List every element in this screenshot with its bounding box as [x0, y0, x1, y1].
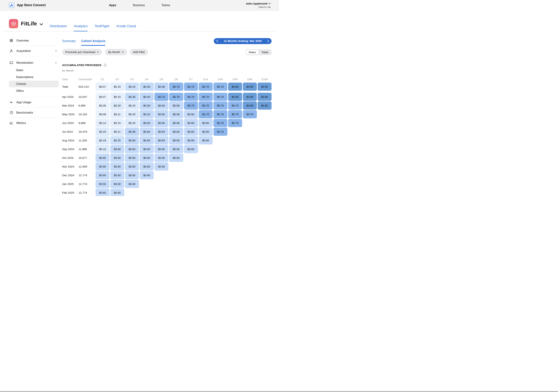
cohort-row-oct-2024: Oct 202410,577$0.60$0.60$0.60$0.60$0.60$… [62, 154, 271, 162]
team-name: Nature Lab [246, 5, 271, 9]
cohort-cell-d6: $0.60 [169, 145, 183, 153]
date-range-picker[interactable]: 12 Months Ending: Mar 2025 [214, 38, 271, 44]
cohort-cell-empty [184, 171, 198, 179]
date-range-prev-icon[interactable] [216, 40, 218, 43]
cohort-cell-d180: $0.80 [258, 93, 271, 101]
top-nav-apps[interactable]: Apps [109, 4, 116, 7]
cohort-cell-d3: $0.60 [125, 162, 139, 170]
cohort-cell-empty [213, 171, 227, 179]
row-date: Apr 2024 [62, 93, 78, 101]
user-menu[interactable]: John Appleseed Nature Lab [246, 2, 271, 9]
column-header-downloads: Downloads [78, 78, 95, 81]
app-store-connect-brand[interactable]: App Store Connect [9, 2, 46, 8]
cohort-cell-d14: $0.70 [199, 93, 213, 101]
cohort-cell-empty [243, 171, 257, 179]
cohort-cell-d3: $0.60 [125, 180, 139, 188]
cohort-cell-d6: $0.70 [169, 83, 183, 91]
app-switcher[interactable]: FitLife [9, 19, 43, 28]
cohort-cell-empty [213, 188, 227, 196]
cohort-cell-d180: $0.80 [258, 83, 271, 91]
sidebar-item-monetization[interactable]: Monetization [9, 59, 59, 67]
toggle-rates[interactable]: Rates [246, 50, 259, 55]
row-downloads: 11,328 [78, 136, 95, 145]
cohort-cell-empty [258, 180, 271, 188]
cohort-cell-d4: $0.60 [140, 136, 154, 145]
user-name: John Appleseed [246, 2, 267, 5]
subtab-summary[interactable]: Summary [62, 39, 76, 43]
sidebar-item-metrics[interactable]: Metrics [9, 119, 59, 127]
sidebar-item-acquisition[interactable]: Acquisition [9, 47, 59, 55]
cohort-cell-d1: $0.60 [96, 188, 110, 196]
sidebar-item-cohorts[interactable]: Cohorts [9, 81, 59, 87]
grouping-filter-dropdown[interactable]: By Month [105, 49, 127, 55]
cohort-row-jun-2024: Jun 20249,688$0.14$0.15$0.20$0.60$0.60$0… [62, 119, 271, 127]
cohort-cell-d2: $0.60 [110, 180, 124, 188]
filter-row: Proceeds per Download By Month Add Filte… [62, 49, 271, 55]
column-header-d5: D5 [154, 78, 168, 81]
app-header: FitLife Distribution Analytics TestFligh… [3, 10, 276, 31]
cohort-cell-d35: $0.70 [213, 110, 227, 118]
metric-filter-dropdown[interactable]: Proceeds per Download [62, 49, 102, 55]
row-date: Total [62, 83, 78, 91]
cohort-cell-d3: $0.60 [125, 136, 139, 145]
chevron-down-icon [54, 61, 57, 64]
cohort-cell-d2: $0.60 [110, 162, 124, 170]
cohort-cell-d2: $0.25 [110, 136, 124, 145]
tab-analytics[interactable]: Analytics [74, 24, 87, 31]
top-bar: App Store Connect Apps Business Teams Jo… [0, 0, 279, 10]
cohort-cell-empty [199, 180, 213, 188]
cohort-cell-d90: $0.80 [243, 102, 257, 110]
top-nav-teams[interactable]: Teams [161, 4, 170, 7]
cohort-cell-empty [258, 171, 271, 179]
row-date: Feb 2025 [62, 188, 78, 196]
column-header-d60: D60 [228, 78, 242, 81]
cohort-cell-d5: $0.60 [154, 145, 168, 153]
app-usage-pulse-icon [9, 100, 13, 104]
app-name: FitLife [21, 21, 37, 27]
cohort-cell-d5: $0.70 [154, 93, 168, 101]
row-date: Jul 2024 [62, 128, 78, 136]
column-header-d6: D6 [169, 78, 183, 81]
sidebar: Overview Acquisition [9, 31, 59, 196]
cohort-cell-d60: $0.80 [228, 83, 242, 91]
row-downloads: 9,688 [78, 119, 95, 127]
top-nav-business[interactable]: Business [133, 4, 145, 7]
cohort-cell-empty [213, 154, 227, 162]
analytics-subtabs: Summary Cohort Analysis 12 Months Ending… [62, 38, 271, 44]
sidebar-divider [9, 56, 59, 56]
cohort-cell-d4: $0.60 [140, 154, 154, 162]
cohort-cell-d2: $0.15 [110, 83, 124, 91]
sidebar-item-subscriptions[interactable]: Subscriptions [9, 74, 59, 80]
column-header-d35: D35 [213, 78, 227, 81]
tab-distribution[interactable]: Distribution [50, 24, 67, 31]
cohort-cell-d2: $0.21 [110, 128, 124, 136]
grouping-filter-label: By Month [108, 51, 120, 54]
cohort-cell-d4: $0.30 [140, 102, 154, 110]
cohort-cell-d6: $0.60 [169, 136, 183, 145]
cohort-cell-d60: $0.70 [228, 102, 242, 110]
subtab-cohort-analysis[interactable]: Cohort Analysis [81, 39, 105, 43]
tab-testflight[interactable]: TestFlight [95, 24, 109, 31]
tab-xcode-cloud[interactable]: Xcode Cloud [116, 24, 136, 31]
date-range-next-icon[interactable] [267, 40, 269, 43]
sidebar-item-sales[interactable]: Sales [9, 67, 59, 74]
cohort-cell-d4: $0.60 [140, 119, 154, 127]
cohort-cell-empty [213, 145, 227, 153]
add-filter-button[interactable]: Add Filter [130, 49, 148, 55]
cohort-cell-d2: $0.20 [110, 102, 124, 110]
cohort-cell-d1: $0.20 [96, 128, 110, 136]
sidebar-item-offers[interactable]: Offers [9, 87, 59, 94]
toggle-totals[interactable]: Totals [259, 50, 271, 55]
cohort-row-dec-2024: Dec 202412,774$0.60$0.60$0.60$0.60 [62, 171, 271, 179]
cohort-table-header: DateDownloadsD1D2D3D4D5D6D7D14D35D60D90D… [62, 78, 271, 81]
info-icon[interactable]: i [103, 63, 107, 67]
row-downloads: 12,774 [78, 180, 95, 188]
sidebar-item-overview[interactable]: Overview [9, 36, 59, 44]
cohort-cell-empty [228, 162, 242, 170]
cohort-cell-d7: $0.60 [184, 136, 198, 145]
cohort-cell-d90: $0.80 [243, 83, 257, 91]
column-header-d4: D4 [140, 78, 154, 81]
sidebar-item-app-usage[interactable]: App Usage [9, 98, 59, 106]
sidebar-item-benchmarks[interactable]: Benchmarks [9, 109, 59, 117]
cohort-cell-d3: $0.60 [125, 154, 139, 162]
